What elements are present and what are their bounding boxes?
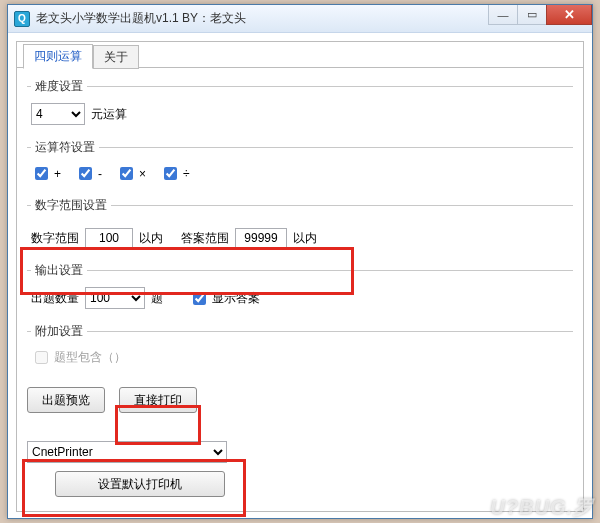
show-answer-checkbox[interactable]	[193, 292, 206, 305]
app-icon: Q	[14, 11, 30, 27]
output-group: 输出设置 出题数量 100 题 显示答案	[27, 262, 573, 313]
tab-row: 四则运算 关于	[17, 42, 583, 68]
titlebar: Q 老文头小学数学出题机v1.1 BY：老文头 — ▭ ✕	[8, 5, 592, 33]
op-divide[interactable]: ÷	[160, 164, 190, 183]
client-area: 四则运算 关于 难度设置 4 元运算 运算符设置 + - × ÷	[16, 41, 584, 512]
difficulty-unit: 元运算	[91, 106, 127, 123]
include-type-checkbox	[35, 351, 48, 364]
op-plus-checkbox[interactable]	[35, 167, 48, 180]
minimize-button[interactable]: —	[488, 5, 518, 25]
op-plus[interactable]: +	[31, 164, 61, 183]
tab-about[interactable]: 关于	[93, 45, 139, 69]
op-minus-checkbox[interactable]	[79, 167, 92, 180]
difficulty-group: 难度设置 4 元运算	[27, 78, 573, 129]
count-select[interactable]: 100	[85, 287, 145, 309]
maximize-button[interactable]: ▭	[517, 5, 547, 25]
range-group: 数字范围设置 数字范围 以内 答案范围 以内	[27, 197, 573, 252]
op-times[interactable]: ×	[116, 164, 146, 183]
print-button[interactable]: 直接打印	[119, 387, 197, 413]
addon-legend: 附加设置	[31, 323, 87, 340]
ans-range-label: 答案范围	[181, 230, 229, 247]
num-range-suffix: 以内	[139, 230, 163, 247]
window-controls: — ▭ ✕	[489, 5, 592, 25]
operators-legend: 运算符设置	[31, 139, 99, 156]
output-legend: 输出设置	[31, 262, 87, 279]
op-times-checkbox[interactable]	[120, 167, 133, 180]
show-answer[interactable]: 显示答案	[189, 289, 260, 308]
app-window: Q 老文头小学数学出题机v1.1 BY：老文头 — ▭ ✕ 四则运算 关于 难度…	[7, 4, 593, 519]
op-divide-checkbox[interactable]	[164, 167, 177, 180]
addon-group: 附加设置 题型包含（）	[27, 323, 573, 371]
ans-range-suffix: 以内	[293, 230, 317, 247]
ans-range-input[interactable]	[235, 228, 287, 248]
watermark: U?BUG.罗	[490, 494, 594, 521]
num-range-input[interactable]	[85, 228, 133, 248]
num-range-label: 数字范围	[31, 230, 79, 247]
printer-select[interactable]: CnetPrinter	[27, 441, 227, 463]
tab-body: 难度设置 4 元运算 运算符设置 + - × ÷ 数字范围设置	[17, 68, 583, 511]
range-legend: 数字范围设置	[31, 197, 111, 214]
close-button[interactable]: ✕	[546, 5, 592, 25]
include-type: 题型包含（）	[31, 348, 126, 367]
count-suffix: 题	[151, 290, 163, 307]
operators-group: 运算符设置 + - × ÷	[27, 139, 573, 187]
difficulty-legend: 难度设置	[31, 78, 87, 95]
preview-button[interactable]: 出题预览	[27, 387, 105, 413]
op-minus[interactable]: -	[75, 164, 102, 183]
tab-arithmetic[interactable]: 四则运算	[23, 44, 93, 69]
difficulty-select[interactable]: 4	[31, 103, 85, 125]
window-title: 老文头小学数学出题机v1.1 BY：老文头	[36, 10, 246, 27]
set-default-printer-button[interactable]: 设置默认打印机	[55, 471, 225, 497]
count-label: 出题数量	[31, 290, 79, 307]
